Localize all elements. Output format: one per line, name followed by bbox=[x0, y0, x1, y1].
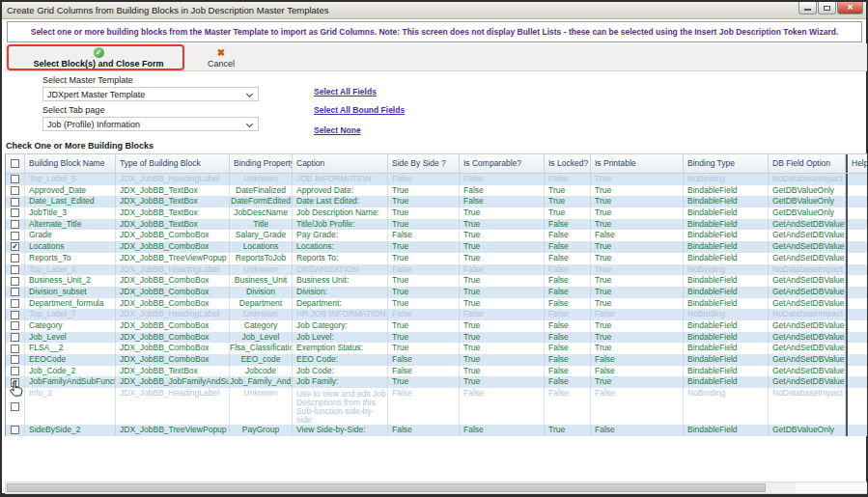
cell-is-comparable: True bbox=[460, 230, 545, 241]
select-all-fields-link[interactable]: Select All Fields bbox=[314, 87, 377, 97]
column-header-is-locked[interactable]: Is Locked? bbox=[545, 154, 591, 173]
select-blocks-button[interactable]: ✓ Select Block(s) and Close Form bbox=[14, 44, 183, 70]
cell-binding-property: Job_Family_And_SubFu bbox=[230, 376, 293, 388]
minimize-button[interactable] bbox=[798, 2, 817, 14]
row-checkbox[interactable] bbox=[6, 230, 25, 241]
row-checkbox[interactable] bbox=[6, 354, 25, 366]
cell-binding-property: Salary_Grade bbox=[230, 230, 293, 241]
cell-binding-type: BindableField bbox=[684, 425, 769, 436]
table-row[interactable]: JobTitle_3JDX_JobBB_TextBoxJobDescNameJo… bbox=[6, 207, 867, 219]
table-row[interactable]: Job_Code_2JDX_JobBB_TextBoxJobcodeJob Co… bbox=[6, 366, 867, 377]
select-none-link[interactable]: Select None bbox=[314, 125, 361, 135]
row-checkbox[interactable] bbox=[6, 287, 25, 298]
cell-is-comparable: False bbox=[460, 264, 545, 276]
row-checkbox[interactable] bbox=[6, 298, 25, 310]
row-checkbox[interactable] bbox=[6, 320, 25, 332]
table-row[interactable]: Alternate_TitleJDX_JobBB_TextBoxTitleTit… bbox=[6, 219, 867, 231]
cell-binding-property: Title bbox=[230, 219, 293, 231]
row-checkbox[interactable]: ✓ bbox=[6, 376, 25, 388]
cell-help bbox=[848, 253, 867, 264]
horizontal-scrollbar[interactable] bbox=[5, 482, 867, 494]
cell-type-of-building-block: JDX_JobBB_TextBox bbox=[116, 196, 230, 207]
table-row[interactable]: GradeJDX_JobBB_ComboBoxSalary_GradePay G… bbox=[6, 230, 867, 241]
cell-is-comparable: True bbox=[460, 332, 545, 344]
window-title: Create Grid Columns from Building Blocks… bbox=[7, 5, 329, 15]
row-checkbox[interactable] bbox=[6, 425, 25, 436]
table-row[interactable]: Division_subsetJDX_JobBB_ComboBoxDivisio… bbox=[6, 287, 867, 298]
row-checkbox[interactable] bbox=[6, 207, 25, 219]
row-checkbox[interactable] bbox=[6, 174, 25, 185]
grid-section-label: Check One or More Building Blocks bbox=[6, 141, 154, 151]
column-header-building-block-name[interactable]: Building Block Name bbox=[25, 154, 116, 173]
row-checkbox[interactable] bbox=[6, 264, 25, 276]
cell-db-field-option: GetAndSetDBValue bbox=[769, 230, 846, 241]
table-row[interactable]: Date_Last_EditedJDX_JobBB_TextBoxDateFor… bbox=[6, 196, 867, 207]
table-row[interactable]: Job_LevelJDX_JobBB_ComboBoxJob_LevelJob … bbox=[6, 332, 867, 344]
table-row[interactable]: Reports_ToJDX_JobBB_TreeViewPopupReports… bbox=[6, 253, 867, 264]
row-checkbox[interactable]: ✓ bbox=[6, 241, 25, 253]
cell-side-by-side: True bbox=[388, 376, 460, 388]
cell-side-by-side: True bbox=[388, 287, 460, 298]
table-row[interactable]: ✓LocationsJDX_JobBB_ComboBoxLocationsLoc… bbox=[6, 241, 867, 253]
table-row[interactable]: CategoryJDX_JobBB_ComboBoxCategoryJob Ca… bbox=[6, 320, 867, 332]
cell-db-field-option: GetDBValueOnly bbox=[769, 425, 846, 436]
row-checkbox[interactable] bbox=[6, 196, 25, 207]
row-checkbox[interactable] bbox=[6, 388, 25, 425]
master-template-dropdown[interactable]: JDXpert Master Template bbox=[42, 87, 259, 101]
column-header-is-comparable[interactable]: Is Comparable? bbox=[460, 154, 545, 173]
row-checkbox[interactable] bbox=[6, 275, 25, 287]
dialog-window: Create Grid Columns from Building Blocks… bbox=[0, 0, 868, 497]
cell-help bbox=[848, 196, 867, 207]
row-checkbox[interactable] bbox=[6, 332, 25, 344]
cell-is-printable: True bbox=[591, 241, 684, 253]
cell-help bbox=[848, 425, 867, 436]
table-row[interactable]: Top_Label_7JDX_JobBB_HeadingLabelUnknown… bbox=[6, 309, 867, 320]
column-header-binding-property[interactable]: Binding Property bbox=[230, 154, 293, 173]
row-checkbox[interactable] bbox=[6, 185, 25, 197]
table-row[interactable]: Top_Label_5JDX_JobBB_HeadingLabelUnknown… bbox=[6, 174, 867, 185]
cell-side-by-side: False bbox=[388, 309, 460, 320]
column-header-type-of-building-block[interactable]: Type of Building Block bbox=[116, 154, 230, 173]
table-row[interactable]: SideBySide_2JDX_JobBB_TreeViewPopupPayGr… bbox=[6, 425, 867, 436]
select-all-bound-fields-link[interactable]: Select All Bound Fields bbox=[314, 105, 405, 115]
row-checkbox[interactable] bbox=[6, 253, 25, 264]
cell-help bbox=[848, 185, 867, 197]
cell-type-of-building-block: JDX_JobBB_TextBox bbox=[116, 207, 230, 219]
column-header-side-by-side[interactable]: Side By Side ? bbox=[388, 154, 460, 173]
row-checkbox[interactable] bbox=[6, 366, 25, 377]
cancel-button[interactable]: ✖ Cancel bbox=[198, 44, 244, 70]
row-checkbox[interactable] bbox=[6, 309, 25, 320]
scrollbar-thumb[interactable] bbox=[7, 483, 766, 492]
table-row[interactable]: FLSA__2JDX_JobBB_ComboBoxFlsa_Classifica… bbox=[6, 343, 867, 354]
table-row[interactable]: Department_formulaJDX_JobBB_ComboBoxDepa… bbox=[6, 298, 867, 310]
row-checkbox[interactable] bbox=[6, 343, 25, 354]
cell-type-of-building-block: JDX_JobBB_TextBox bbox=[116, 366, 230, 377]
table-row[interactable]: Top_Label_6JDX_JobBB_HeadingLabelUnknown… bbox=[6, 264, 867, 276]
cell-is-printable: True bbox=[591, 320, 684, 332]
cell-building-block-name: Reports_To bbox=[25, 253, 116, 264]
column-header-is-printable[interactable]: Is Printable bbox=[591, 154, 684, 173]
row-checkbox[interactable] bbox=[6, 219, 25, 231]
cell-is-comparable: False bbox=[460, 309, 545, 320]
table-row[interactable]: Approved_DateJDX_JobBB_TextBoxDateFinali… bbox=[6, 185, 867, 197]
column-header-binding-type[interactable]: Binding Type bbox=[684, 154, 769, 173]
select-all-checkbox[interactable] bbox=[6, 154, 25, 173]
table-row[interactable]: Business_Unit_2JDX_JobBB_ComboBoxBusines… bbox=[6, 275, 867, 287]
cell-is-locked: False bbox=[545, 388, 591, 425]
scrollbar-track-end[interactable] bbox=[796, 483, 867, 493]
cell-help bbox=[848, 230, 867, 241]
table-row[interactable]: ✓JobFamilyAndSubFunction_2JDX_JobBB_JobF… bbox=[6, 376, 867, 388]
column-header-caption[interactable]: Caption bbox=[293, 154, 388, 173]
cell-building-block-name: EEOCode bbox=[25, 354, 116, 366]
maximize-button[interactable] bbox=[818, 2, 836, 14]
cell-binding-type: BindableField bbox=[684, 275, 769, 287]
close-button[interactable]: ✕ bbox=[837, 2, 863, 14]
cell-caption: Job Category: bbox=[293, 320, 388, 332]
cell-binding-type: BindableField bbox=[684, 332, 769, 344]
column-header-help[interactable]: Help bbox=[848, 154, 867, 173]
cell-caption: Exemption Status: bbox=[293, 343, 388, 354]
column-header-db-field-option[interactable]: DB Field Option bbox=[769, 154, 846, 173]
tab-page-dropdown[interactable]: Job (Profile) Information bbox=[42, 117, 259, 131]
table-row[interactable]: Info_2JDX_JobBB_HeadingLabelUnknownUse t… bbox=[6, 388, 867, 425]
table-row[interactable]: EEOCodeJDX_JobBB_ComboBoxEEO_codeEEO Cod… bbox=[6, 354, 867, 366]
